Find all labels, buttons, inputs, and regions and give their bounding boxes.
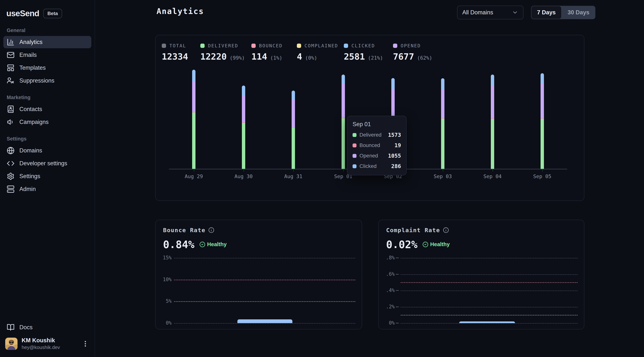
tooltip-swatch xyxy=(352,164,356,168)
logo-row: useSend Beta xyxy=(3,5,91,22)
gridline-0pct xyxy=(401,323,578,324)
sidebar-item-contacts[interactable]: Contacts xyxy=(3,103,91,115)
tooltip-value: 1055 xyxy=(388,152,401,159)
bounce-status-label: Healthy xyxy=(207,241,227,248)
sidebar-item-label: Settings xyxy=(20,173,40,180)
sidebar-item-campaigns[interactable]: Campaigns xyxy=(3,116,91,128)
stat-dot xyxy=(344,44,348,48)
stacked-bar-sep-01[interactable] xyxy=(342,74,345,169)
sidebar-item-analytics[interactable]: Analytics xyxy=(3,36,91,48)
bar-segment-clicked xyxy=(342,74,345,84)
sidebar-nav: GeneralAnalyticsEmailsTemplatesSuppressi… xyxy=(3,22,91,196)
chart-tooltip: Sep 01 Delivered1573Bounced19Opened1055C… xyxy=(347,116,406,175)
stat-clicked: CLICKED2581(21%) xyxy=(344,43,383,62)
sidebar-item-admin[interactable]: Admin xyxy=(3,183,91,195)
gridline-15pct xyxy=(174,258,355,258)
y-axis-label: 5% xyxy=(156,298,172,304)
tooltip-rows: Delivered1573Bounced19Opened1055Clicked2… xyxy=(352,132,401,169)
x-axis-label: Aug 29 xyxy=(175,174,212,179)
bar-segment-clicked xyxy=(242,86,245,96)
section-label-marketing: Marketing xyxy=(7,95,88,100)
stat-percent: (21%) xyxy=(368,55,383,61)
range-30-days[interactable]: 30 Days xyxy=(562,6,595,19)
ellipsis-vertical-icon xyxy=(82,340,89,348)
sidebar-item-label: Developer settings xyxy=(20,160,67,167)
check-circle-icon xyxy=(200,242,205,248)
sidebar-bottom: Docs KM Koushik hey@koushik.dev xyxy=(3,321,91,352)
stat-dot xyxy=(252,44,256,48)
stat-value: 12220 xyxy=(200,52,226,62)
user-email: hey@koushik.dev xyxy=(22,344,60,350)
complaint-status-label: Healthy xyxy=(430,241,450,248)
stacked-bar-sep-03[interactable] xyxy=(441,78,444,169)
tooltip-row-delivered: Delivered1573 xyxy=(352,132,401,138)
tooltip-swatch xyxy=(352,144,356,148)
complaint-rate-value: 0.02% xyxy=(386,238,418,250)
user-row[interactable]: KM Koushik hey@koushik.dev xyxy=(3,334,91,352)
bar-segment-delivered xyxy=(441,119,444,169)
globe-icon xyxy=(7,147,14,154)
check-circle-icon xyxy=(422,242,428,248)
gridline-.8pct xyxy=(401,258,578,258)
stacked-bar-sep-04[interactable] xyxy=(491,74,494,169)
stacked-bar-sep-05[interactable] xyxy=(540,73,544,169)
code-icon xyxy=(7,160,14,167)
sidebar-item-label: Contacts xyxy=(20,106,42,112)
stacked-bar-aug-30[interactable] xyxy=(242,86,245,169)
app-logo: useSend xyxy=(6,9,39,18)
tooltip-value: 1573 xyxy=(388,132,401,138)
bounce-rate-bar[interactable] xyxy=(238,319,292,323)
y-axis-label: .8% xyxy=(379,255,395,260)
tooltip-label: Clicked xyxy=(360,163,376,169)
sidebar-item-label: Analytics xyxy=(20,39,42,46)
stat-value: 7677 xyxy=(393,52,414,62)
section-label-general: General xyxy=(7,28,88,33)
bar-segment-clicked xyxy=(441,78,444,89)
info-icon[interactable] xyxy=(443,227,449,233)
complaint-status-badge: Healthy xyxy=(422,241,450,248)
gridline-0pct xyxy=(174,323,355,324)
bar-segment-clicked xyxy=(540,73,544,83)
y-axis-tick xyxy=(396,290,399,291)
tooltip-title: Sep 01 xyxy=(352,121,401,128)
info-icon[interactable] xyxy=(208,227,214,233)
y-axis-tick xyxy=(396,258,399,258)
bar-segment-delivered xyxy=(342,118,345,169)
tooltip-row-clicked: Clicked286 xyxy=(352,163,401,169)
bar-segment-delivered xyxy=(292,128,295,169)
sidebar-item-label: Docs xyxy=(20,324,32,331)
range-7-days[interactable]: 7 Days xyxy=(531,6,562,19)
sidebar-item-emails[interactable]: Emails xyxy=(3,49,91,61)
stat-dot xyxy=(393,44,397,48)
beta-badge: Beta xyxy=(43,9,62,18)
stat-label: BOUNCED xyxy=(259,43,282,48)
bounce-rate-head: Bounce Rate xyxy=(156,220,362,234)
domain-filter-select[interactable]: All Domains xyxy=(457,6,524,20)
sidebar-item-templates[interactable]: Templates xyxy=(3,62,91,74)
sidebar-item-settings[interactable]: Settings xyxy=(3,170,91,182)
stacked-bar-aug-31[interactable] xyxy=(292,90,295,169)
sidebar-item-domains[interactable]: Domains xyxy=(3,144,91,157)
bar-segment-opened xyxy=(441,89,444,118)
stat-opened: OPENED7677(62%) xyxy=(393,43,432,62)
tooltip-value: 286 xyxy=(391,163,401,169)
sidebar-item-docs[interactable]: Docs xyxy=(3,321,91,334)
y-axis-tick xyxy=(396,274,399,275)
y-axis-label: 0% xyxy=(156,320,172,326)
stat-label: TOTAL xyxy=(170,43,186,48)
stat-bounced: BOUNCED114(1%) xyxy=(252,43,282,62)
gear-icon xyxy=(7,172,14,180)
sidebar-item-suppressions[interactable]: Suppressions xyxy=(3,74,91,87)
stat-percent: (62%) xyxy=(417,55,432,61)
complaint-rate-head: Complaint Rate xyxy=(379,220,584,234)
bar-segment-delivered xyxy=(540,119,544,168)
complaint-rate-bar[interactable] xyxy=(459,322,515,323)
threshold-line xyxy=(401,315,578,316)
sidebar-item-label: Templates xyxy=(20,64,46,71)
sidebar-item-developer-settings[interactable]: Developer settings xyxy=(3,157,91,170)
x-axis-tick xyxy=(343,169,344,172)
bar-segment-opened xyxy=(540,83,544,118)
stat-label: CLICKED xyxy=(352,43,375,48)
user-menu-button[interactable] xyxy=(81,340,90,348)
stacked-bar-aug-29[interactable] xyxy=(192,70,196,169)
